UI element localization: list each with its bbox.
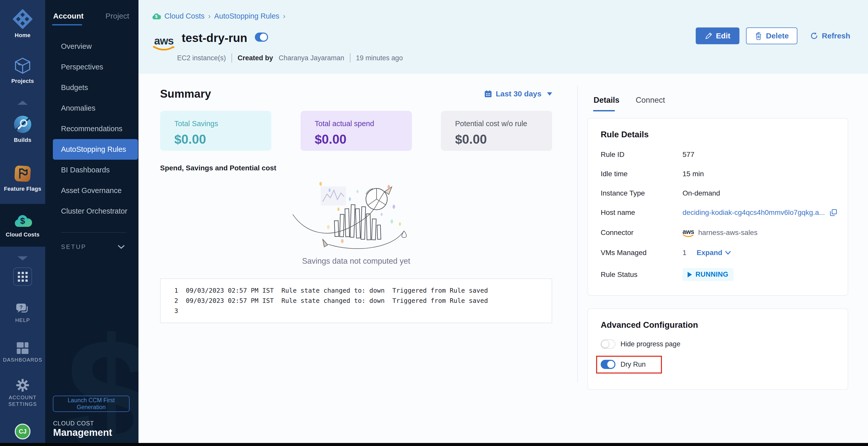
launch-ccm-first-gen-button[interactable]: Launch CCM First Generation (53, 396, 130, 412)
edit-button[interactable]: Edit (696, 27, 740, 44)
sidebar-item-projects[interactable]: Projects (0, 57, 45, 84)
potential-cost-card: Potential cost w/o rule $0.00 (441, 111, 552, 151)
chevron-down-icon (725, 251, 731, 255)
avatar-initials: CJ (19, 428, 27, 435)
details-tabs: Details Connect (594, 96, 848, 111)
module-label-builds: Builds (14, 137, 31, 143)
date-range-label: Last 30 days (496, 90, 541, 98)
module-scroll-down-icon[interactable] (18, 256, 28, 260)
module-strip: Home Projects Builds (0, 0, 45, 446)
card-label: Total Savings (174, 120, 271, 128)
rule-id-row: Rule ID 577 (601, 151, 835, 159)
summary-title: Summary (160, 87, 211, 100)
dashboards-button[interactable]: DASHBOARDS (0, 342, 45, 363)
sidebar-menu: Overview Perspectives Budgets Anomalies … (45, 36, 138, 221)
page-header: $ Cloud Costs › AutoStopping Rules › aws… (138, 0, 868, 74)
log-line: 1 09/03/2023 02:57 PM IST Rule state cha… (174, 286, 552, 296)
help-label: HELP (15, 317, 30, 323)
sidebar-item-anomalies[interactable]: Anomalies (53, 98, 138, 118)
toggle-on (255, 33, 268, 42)
tab-project[interactable]: Project (105, 12, 129, 25)
sidebar-item-perspectives[interactable]: Perspectives (53, 57, 138, 77)
module-label-projects: Projects (11, 78, 34, 84)
breadcrumb-cloud-costs[interactable]: Cloud Costs (164, 12, 205, 20)
dashboards-icon (16, 342, 29, 354)
card-value: $0.00 (455, 132, 552, 147)
svg-text:$: $ (155, 14, 158, 19)
rule-details-card: Rule Details Rule ID 577 Idle time 15 mi… (587, 118, 848, 296)
rule-enabled-toggle[interactable] (255, 33, 268, 42)
rule-details-title: Rule Details (601, 130, 835, 139)
copy-icon[interactable] (829, 209, 838, 217)
log-line: 3 (174, 306, 552, 316)
dashboards-label: DASHBOARDS (3, 356, 42, 363)
vms-managed-row: VMs Managed 1 Expand (601, 249, 835, 257)
user-avatar[interactable]: CJ (15, 424, 30, 439)
empty-state-message: Savings data not computed yet (160, 257, 552, 266)
connector-row: Connector aws harness-aws-sales (601, 228, 835, 237)
total-savings-card: Total Savings $0.00 (160, 111, 271, 151)
builds-icon (13, 115, 32, 134)
aws-connector-icon: aws (683, 229, 694, 237)
setup-label: SETUP (61, 243, 86, 250)
tab-details[interactable]: Details (594, 96, 619, 111)
setup-section-toggle[interactable]: SETUP (45, 233, 138, 250)
host-name-link[interactable]: deciding-kodiak-cg4qcs4h0mmv6lo7gqkg.a..… (683, 209, 825, 217)
sidebar-item-bi-dashboards[interactable]: BI Dashboards (53, 160, 138, 180)
dry-run-toggle[interactable] (601, 360, 615, 369)
help-chat-icon: ? (16, 303, 30, 315)
card-label: Total actual spend (315, 120, 412, 128)
advanced-configuration-card: Advanced Configuration Hide progress pag… (587, 308, 848, 390)
details-panel: Details Connect Rule Details Rule ID 577… (578, 74, 868, 446)
calendar-icon (484, 90, 492, 98)
chevron-down-icon (118, 245, 125, 249)
dry-run-label: Dry Run (621, 361, 646, 368)
expand-vms-link[interactable]: Expand (697, 249, 731, 257)
sidebar-item-cluster-orchestrator[interactable]: Cluster Orchestrator (53, 201, 138, 221)
instance-type-row: Instance Type On-demand (601, 189, 835, 197)
hide-progress-row: Hide progress page (601, 339, 835, 349)
bottom-bar (0, 443, 868, 446)
breadcrumb-separator: › (283, 12, 285, 20)
module-scroll-up-icon[interactable] (18, 101, 28, 105)
breadcrumb-autostopping-rules[interactable]: AutoStopping Rules (214, 12, 279, 20)
summary-section: Summary Last 30 days (138, 74, 577, 446)
created-by-label: Created by (238, 54, 273, 62)
subtitle-divider (231, 53, 232, 63)
main-area: $ Cloud Costs › AutoStopping Rules › aws… (138, 0, 868, 446)
sidebar-item-recommendations[interactable]: Recommendations (53, 118, 138, 139)
tab-connect[interactable]: Connect (636, 96, 665, 111)
card-value: $0.00 (315, 132, 412, 147)
sidebar-item-budgets[interactable]: Budgets (53, 77, 138, 98)
sidebar-item-overview[interactable]: Overview (53, 36, 138, 57)
cloud-costs-icon: $ (12, 213, 33, 228)
sidebar-item-asset-governance[interactable]: Asset Governance (53, 180, 138, 201)
sidebar-item-builds[interactable]: Builds (0, 115, 45, 143)
product-name: Management (53, 427, 112, 438)
date-range-picker[interactable]: Last 30 days (484, 90, 552, 98)
hide-progress-toggle[interactable] (601, 339, 615, 349)
sidebar-item-cloud-costs[interactable]: $ Cloud Costs (0, 213, 45, 238)
sidebar-item-feature-flags[interactable]: Feature Flags (0, 165, 45, 192)
breadcrumb-separator: › (208, 12, 211, 20)
aws-smile-icon (153, 46, 175, 51)
svg-text:?: ? (20, 304, 23, 310)
all-modules-button[interactable] (13, 267, 32, 286)
rule-event-log: 1 09/03/2023 02:57 PM IST Rule state cha… (160, 278, 552, 323)
delete-button[interactable]: Delete (746, 27, 797, 44)
summary-cards: Total Savings $0.00 Total actual spend $… (160, 111, 552, 151)
scope-tabs: Account Project (45, 0, 138, 25)
account-settings-button[interactable]: ACCOUNTSETTINGS (0, 378, 45, 407)
tab-account[interactable]: Account (53, 12, 84, 25)
module-label-feature-flags: Feature Flags (4, 186, 41, 192)
created-by-name: Charanya Jayaraman (279, 54, 344, 62)
host-name-row: Host name deciding-kodiak-cg4qcs4h0mmv6l… (601, 209, 835, 217)
refresh-button[interactable]: Refresh (810, 27, 850, 44)
sidebar-item-autostopping-rules[interactable]: AutoStopping Rules (53, 139, 138, 160)
savings-illustration (160, 176, 552, 252)
harness-logo-icon (13, 9, 33, 29)
help-button[interactable]: ? HELP (0, 303, 45, 323)
sidebar-item-home[interactable]: Home (0, 9, 45, 39)
module-label-home: Home (15, 32, 30, 39)
page-title: test-dry-run (182, 31, 247, 45)
